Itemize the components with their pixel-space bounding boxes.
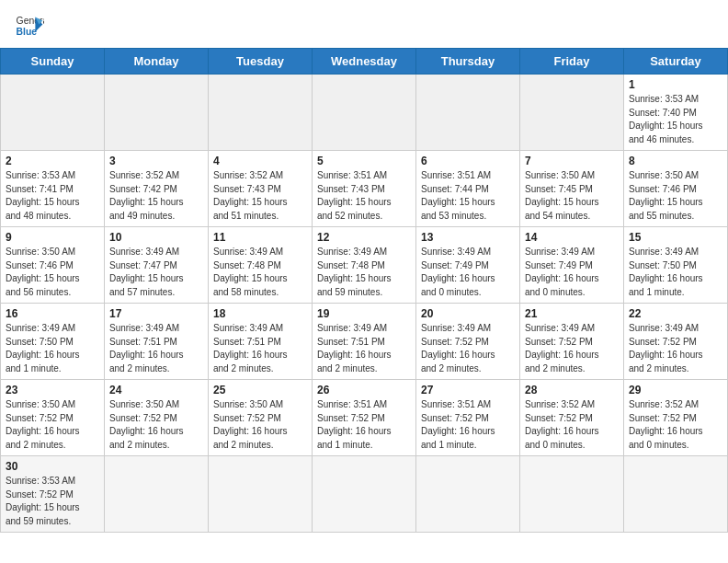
calendar-cell: 17Sunrise: 3:49 AM Sunset: 7:51 PM Dayli… (105, 304, 209, 380)
calendar-cell (624, 456, 728, 533)
day-number: 18 (213, 307, 307, 320)
calendar-cell: 16Sunrise: 3:49 AM Sunset: 7:50 PM Dayli… (1, 304, 105, 380)
calendar-cell (1, 75, 105, 151)
calendar-cell: 7Sunrise: 3:50 AM Sunset: 7:45 PM Daylig… (520, 151, 624, 227)
day-info: Sunrise: 3:50 AM Sunset: 7:52 PM Dayligh… (6, 398, 99, 452)
day-number: 6 (421, 155, 515, 167)
calendar-cell: 6Sunrise: 3:51 AM Sunset: 7:44 PM Daylig… (416, 151, 520, 227)
day-number: 2 (6, 155, 99, 167)
calendar-cell: 15Sunrise: 3:49 AM Sunset: 7:50 PM Dayli… (624, 227, 728, 304)
logo-icon: General Blue (15, 11, 44, 40)
day-number: 3 (109, 155, 203, 167)
day-info: Sunrise: 3:49 AM Sunset: 7:48 PM Dayligh… (213, 246, 307, 299)
calendar-cell: 3Sunrise: 3:52 AM Sunset: 7:42 PM Daylig… (105, 151, 209, 227)
calendar-cell (416, 75, 520, 151)
calendar-header: General Blue (0, 0, 728, 48)
day-number: 8 (629, 155, 722, 167)
week-row-6: 30Sunrise: 3:53 AM Sunset: 7:52 PM Dayli… (1, 456, 728, 533)
calendar-cell: 11Sunrise: 3:49 AM Sunset: 7:48 PM Dayli… (209, 227, 313, 304)
day-number: 10 (109, 231, 203, 244)
calendar-cell: 13Sunrise: 3:49 AM Sunset: 7:49 PM Dayli… (416, 227, 520, 304)
day-number: 12 (317, 231, 411, 244)
day-info: Sunrise: 3:50 AM Sunset: 7:46 PM Dayligh… (6, 246, 99, 299)
calendar-cell: 9Sunrise: 3:50 AM Sunset: 7:46 PM Daylig… (1, 227, 105, 304)
day-number: 29 (629, 384, 722, 396)
week-row-5: 23Sunrise: 3:50 AM Sunset: 7:52 PM Dayli… (1, 380, 728, 456)
day-info: Sunrise: 3:53 AM Sunset: 7:41 PM Dayligh… (6, 169, 99, 223)
calendar-cell: 28Sunrise: 3:52 AM Sunset: 7:52 PM Dayli… (520, 380, 624, 456)
week-row-4: 16Sunrise: 3:49 AM Sunset: 7:50 PM Dayli… (1, 304, 728, 380)
day-info: Sunrise: 3:49 AM Sunset: 7:49 PM Dayligh… (421, 246, 515, 299)
weekday-header-row: SundayMondayTuesdayWednesdayThursdayFrid… (1, 49, 728, 75)
day-number: 30 (6, 460, 99, 473)
calendar-cell: 24Sunrise: 3:50 AM Sunset: 7:52 PM Dayli… (105, 380, 209, 456)
calendar-cell (105, 75, 209, 151)
logo: General Blue (15, 11, 44, 40)
day-info: Sunrise: 3:51 AM Sunset: 7:52 PM Dayligh… (317, 398, 411, 452)
calendar-cell: 12Sunrise: 3:49 AM Sunset: 7:48 PM Dayli… (313, 227, 416, 304)
weekday-header-wednesday: Wednesday (313, 49, 416, 75)
calendar-cell (313, 456, 416, 533)
day-info: Sunrise: 3:49 AM Sunset: 7:51 PM Dayligh… (213, 322, 307, 375)
calendar-cell: 30Sunrise: 3:53 AM Sunset: 7:52 PM Dayli… (1, 456, 105, 533)
day-info: Sunrise: 3:53 AM Sunset: 7:40 PM Dayligh… (629, 93, 722, 146)
day-number: 21 (525, 307, 619, 320)
day-info: Sunrise: 3:51 AM Sunset: 7:43 PM Dayligh… (317, 169, 411, 223)
calendar-cell: 1Sunrise: 3:53 AM Sunset: 7:40 PM Daylig… (624, 75, 728, 151)
day-info: Sunrise: 3:50 AM Sunset: 7:46 PM Dayligh… (629, 169, 722, 223)
day-info: Sunrise: 3:49 AM Sunset: 7:50 PM Dayligh… (6, 322, 99, 375)
calendar-cell: 29Sunrise: 3:52 AM Sunset: 7:52 PM Dayli… (624, 380, 728, 456)
calendar-cell: 18Sunrise: 3:49 AM Sunset: 7:51 PM Dayli… (209, 304, 313, 380)
calendar-cell (520, 456, 624, 533)
day-info: Sunrise: 3:49 AM Sunset: 7:51 PM Dayligh… (317, 322, 411, 375)
week-row-3: 9Sunrise: 3:50 AM Sunset: 7:46 PM Daylig… (1, 227, 728, 304)
day-info: Sunrise: 3:52 AM Sunset: 7:43 PM Dayligh… (213, 169, 307, 223)
weekday-header-sunday: Sunday (1, 49, 105, 75)
calendar-cell (520, 75, 624, 151)
weekday-header-monday: Monday (105, 49, 209, 75)
calendar-cell: 25Sunrise: 3:50 AM Sunset: 7:52 PM Dayli… (209, 380, 313, 456)
calendar-cell: 4Sunrise: 3:52 AM Sunset: 7:43 PM Daylig… (209, 151, 313, 227)
day-number: 15 (629, 231, 722, 244)
weekday-header-thursday: Thursday (416, 49, 520, 75)
day-number: 16 (6, 307, 99, 320)
day-number: 24 (109, 384, 203, 396)
calendar-cell: 22Sunrise: 3:49 AM Sunset: 7:52 PM Dayli… (624, 304, 728, 380)
calendar-table: SundayMondayTuesdayWednesdayThursdayFrid… (0, 48, 728, 533)
day-info: Sunrise: 3:49 AM Sunset: 7:48 PM Dayligh… (317, 246, 411, 299)
day-info: Sunrise: 3:52 AM Sunset: 7:52 PM Dayligh… (629, 398, 722, 452)
weekday-header-friday: Friday (520, 49, 624, 75)
calendar-cell: 20Sunrise: 3:49 AM Sunset: 7:52 PM Dayli… (416, 304, 520, 380)
day-number: 14 (525, 231, 619, 244)
day-number: 23 (6, 384, 99, 396)
day-info: Sunrise: 3:49 AM Sunset: 7:52 PM Dayligh… (629, 322, 722, 375)
day-info: Sunrise: 3:49 AM Sunset: 7:47 PM Dayligh… (109, 246, 203, 299)
day-number: 1 (629, 78, 722, 91)
day-number: 27 (421, 384, 515, 396)
calendar-cell: 5Sunrise: 3:51 AM Sunset: 7:43 PM Daylig… (313, 151, 416, 227)
day-info: Sunrise: 3:51 AM Sunset: 7:52 PM Dayligh… (421, 398, 515, 452)
day-info: Sunrise: 3:49 AM Sunset: 7:51 PM Dayligh… (109, 322, 203, 375)
calendar-cell: 10Sunrise: 3:49 AM Sunset: 7:47 PM Dayli… (105, 227, 209, 304)
day-number: 25 (213, 384, 307, 396)
calendar-cell: 27Sunrise: 3:51 AM Sunset: 7:52 PM Dayli… (416, 380, 520, 456)
calendar-cell: 2Sunrise: 3:53 AM Sunset: 7:41 PM Daylig… (1, 151, 105, 227)
day-info: Sunrise: 3:53 AM Sunset: 7:52 PM Dayligh… (6, 475, 99, 528)
day-number: 13 (421, 231, 515, 244)
calendar-cell (209, 75, 313, 151)
weekday-header-tuesday: Tuesday (209, 49, 313, 75)
day-number: 9 (6, 231, 99, 244)
calendar-cell: 21Sunrise: 3:49 AM Sunset: 7:52 PM Dayli… (520, 304, 624, 380)
day-info: Sunrise: 3:49 AM Sunset: 7:52 PM Dayligh… (525, 322, 619, 375)
day-info: Sunrise: 3:52 AM Sunset: 7:42 PM Dayligh… (109, 169, 203, 223)
day-number: 26 (317, 384, 411, 396)
week-row-2: 2Sunrise: 3:53 AM Sunset: 7:41 PM Daylig… (1, 151, 728, 227)
day-number: 19 (317, 307, 411, 320)
calendar-cell: 14Sunrise: 3:49 AM Sunset: 7:49 PM Dayli… (520, 227, 624, 304)
day-info: Sunrise: 3:51 AM Sunset: 7:44 PM Dayligh… (421, 169, 515, 223)
day-number: 22 (629, 307, 722, 320)
day-number: 5 (317, 155, 411, 167)
calendar-cell (313, 75, 416, 151)
day-number: 11 (213, 231, 307, 244)
day-info: Sunrise: 3:49 AM Sunset: 7:49 PM Dayligh… (525, 246, 619, 299)
